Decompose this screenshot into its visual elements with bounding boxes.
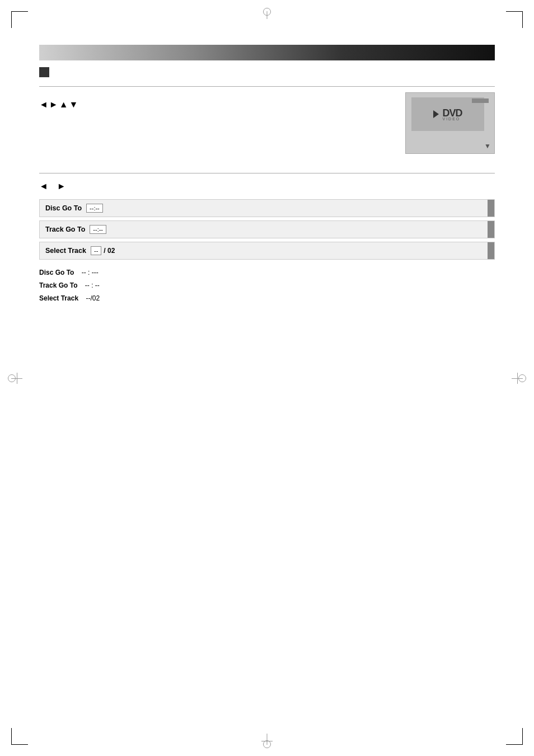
section-icon bbox=[39, 67, 49, 77]
corner-mark-bl bbox=[11, 722, 34, 745]
osd-track-go-to-value: --:-- bbox=[90, 225, 106, 234]
dvd-progress-bar bbox=[472, 98, 489, 103]
osd-row-select-track: Select Track -- / 02 bbox=[39, 242, 495, 260]
osd-row-right-bar-2 bbox=[488, 221, 494, 238]
corner-mark-tr bbox=[500, 11, 523, 34]
body-layout: ◄►▲▼ DVD VIDEO ▼ bbox=[39, 92, 495, 162]
osd-disc-go-to-value: --:-- bbox=[86, 204, 103, 213]
dvd-video-text: VIDEO bbox=[442, 117, 462, 121]
desc-track-go-to-value: -- : -- bbox=[85, 281, 100, 289]
desc-disc-go-to: Disc Go To -- : --- bbox=[39, 266, 495, 279]
section-title-area bbox=[39, 83, 495, 87]
osd-row-right-bar-1 bbox=[488, 200, 494, 217]
dvd-arrow-down-icon: ▼ bbox=[484, 142, 491, 150]
desc-select-track-label: Select Track bbox=[39, 294, 78, 302]
crosshair-bottom-circle bbox=[263, 740, 271, 748]
desc-select-track: Select Track --/02 bbox=[39, 292, 495, 305]
body-text bbox=[39, 117, 394, 162]
second-nav-arrows: ◄ ► bbox=[39, 181, 495, 191]
osd-track-go-to-label: Track Go To bbox=[45, 226, 85, 233]
dvd-logo-text: DVD VIDEO bbox=[442, 107, 462, 121]
desc-disc-go-to-label: Disc Go To bbox=[39, 269, 74, 276]
section-divider bbox=[39, 173, 495, 173]
main-content: ◄►▲▼ DVD VIDEO ▼ bbox=[39, 45, 495, 304]
arrow-right-icon: ► bbox=[57, 181, 66, 191]
desc-track-go-to-label: Track Go To bbox=[39, 281, 77, 289]
osd-select-track-value: -- bbox=[91, 246, 101, 255]
corner-mark-br bbox=[500, 722, 523, 745]
desc-select-track-value: --/02 bbox=[86, 294, 100, 302]
corner-mark-tl bbox=[11, 11, 34, 34]
osd-row-disc-go-to: Disc Go To --:-- bbox=[39, 199, 495, 217]
osd-select-track-label: Select Track bbox=[45, 247, 86, 255]
arrow-left-icon: ◄ bbox=[39, 181, 48, 191]
dvd-play-icon bbox=[433, 110, 439, 118]
crosshair-top-vline bbox=[267, 11, 268, 19]
desc-track-go-to: Track Go To -- : -- bbox=[39, 279, 495, 292]
header-gradient-bar bbox=[39, 45, 495, 60]
osd-disc-go-to-label: Disc Go To bbox=[45, 204, 82, 212]
nav-arrows-top: ◄►▲▼ bbox=[39, 98, 394, 111]
osd-row-track-go-to: Track Go To --:-- bbox=[39, 220, 495, 238]
dvd-screen: DVD VIDEO ▼ bbox=[405, 92, 495, 154]
osd-row-right-bar-3 bbox=[488, 242, 494, 259]
bottom-descriptions: Disc Go To -- : --- Track Go To -- : -- … bbox=[39, 266, 495, 304]
osd-container: Disc Go To --:-- Track Go To --:-- Selec… bbox=[39, 199, 495, 260]
second-section: ◄ ► Disc Go To --:-- Track Go To --:-- S… bbox=[39, 181, 495, 304]
text-column: ◄►▲▼ bbox=[39, 92, 394, 162]
dvd-logo-area: DVD VIDEO bbox=[433, 107, 462, 121]
osd-select-track-suffix: / 02 bbox=[104, 247, 115, 255]
crosshair-left-circle bbox=[8, 374, 16, 382]
dvd-screen-column: DVD VIDEO ▼ bbox=[405, 92, 495, 162]
desc-disc-go-to-value: -- : --- bbox=[82, 269, 99, 276]
crosshair-right-circle bbox=[518, 374, 526, 382]
